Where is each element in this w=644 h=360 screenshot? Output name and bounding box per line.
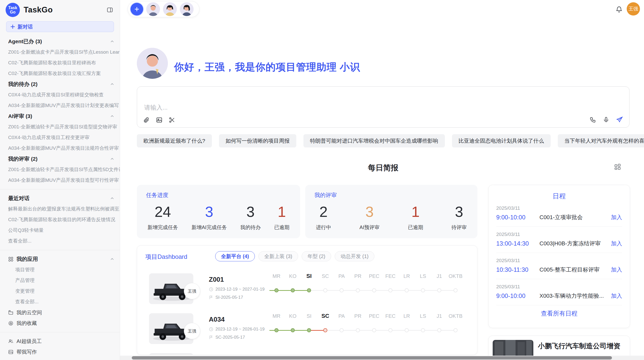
chevron-up-icon[interactable] xyxy=(110,82,115,87)
add-agent-button[interactable] xyxy=(130,3,143,16)
project-code: A034 xyxy=(209,316,225,323)
agent-avatar[interactable] xyxy=(163,2,177,16)
sidebar-item-creative-draw[interactable]: 创意制图 xyxy=(0,357,120,360)
chevron-up-icon[interactable] xyxy=(110,156,115,161)
stat: 1 已逾期 xyxy=(274,203,289,231)
sidebar-item-change-mgmt[interactable]: 变更管理 xyxy=(0,286,120,296)
stat: 3 新增AI完成任务 xyxy=(192,203,227,231)
suggestion-chips: 欧洲新规最近颁布了什么? 如何写一份清晰的项目周报 特朗普可能对进口汽车增税会对… xyxy=(137,134,644,147)
section-header-ai-review[interactable]: AI评审 (3) xyxy=(0,111,120,122)
divider xyxy=(0,332,120,332)
suggestion-chip[interactable]: 如何写一份清晰的项目周报 xyxy=(219,134,296,147)
sidebar: Task Go TaskGo 新对话 Agent已办 (3) Z001-全新燃油… xyxy=(0,0,120,360)
people-icon xyxy=(8,339,13,344)
voice-call-icon[interactable] xyxy=(590,116,596,123)
sidebar-item-product-mgmt[interactable]: 产品管理 xyxy=(0,275,120,286)
recent-chat-item[interactable]: C02-飞腾新能源轻客改款项目的闭环通告反馈情况 xyxy=(0,214,120,225)
image-upload-icon[interactable] xyxy=(156,117,163,123)
suggestion-chip[interactable]: 当下年轻人对汽车外观有怎样的喜好趋势 xyxy=(558,134,644,147)
sidebar-task-item[interactable]: A034-全新新能源MUV产品开发项目法规符合性评审 xyxy=(0,143,120,154)
clock-icon xyxy=(209,327,213,332)
dashboard-title: 项目Dashboard xyxy=(145,253,187,261)
sidebar-item-help-write[interactable]: 帮我写作 xyxy=(0,347,120,357)
recent-view-all[interactable]: 查看全部... xyxy=(0,236,120,246)
sidebar-task-item[interactable]: A034-全新新能源MUV产品开发项目计划变更表编写 xyxy=(0,100,120,111)
view-all-schedule-link[interactable]: 查看所有日程 xyxy=(496,305,622,322)
apps-view-all[interactable]: 查看全部... xyxy=(0,296,120,307)
section-header-recent-chats[interactable]: 最近对话 xyxy=(0,193,120,204)
horizontal-scrollbar-thumb[interactable] xyxy=(132,356,612,359)
tab-model-year[interactable]: 年型 (2) xyxy=(302,251,331,261)
sidebar-item-favorites[interactable]: 我的收藏 xyxy=(0,318,120,328)
sidebar-task-item[interactable]: C02-飞腾新能源轻客改款项目立项汇报方案 xyxy=(0,68,120,79)
join-link[interactable]: 加入 xyxy=(611,240,622,247)
suggestion-chip[interactable]: 比亚迪全固态电池计划具体说了什么 xyxy=(452,134,551,147)
chevron-up-icon[interactable] xyxy=(110,114,115,119)
chevron-up-icon[interactable] xyxy=(110,39,115,44)
new-chat-button[interactable]: 新对话 xyxy=(6,21,114,32)
tab-upfit[interactable]: 全新上装 (3) xyxy=(258,251,298,261)
sidebar-task-item[interactable]: Z001-全新燃油轻卡产品开发项目SI节点属性5D文件评审 xyxy=(0,164,120,175)
app-logo: Task Go xyxy=(6,3,20,17)
project-flag: SI-2025-05-17 xyxy=(209,295,243,300)
scissors-icon[interactable] xyxy=(169,117,175,123)
assistant-avatar xyxy=(137,48,168,79)
milestone-track xyxy=(268,327,464,333)
divider xyxy=(0,189,120,189)
notification-bell-icon[interactable] xyxy=(616,6,623,13)
section-header-my-todo[interactable]: 我的待办 (2) xyxy=(0,79,120,89)
agent-switcher xyxy=(128,1,199,17)
chevron-up-icon[interactable] xyxy=(110,257,115,262)
tab-platform[interactable]: 全新平台 (4) xyxy=(215,251,255,261)
milestone-labels: MRKO SISC PAPR PECFEC LRLS J1OKTB xyxy=(268,312,464,320)
sidebar-task-item[interactable]: C0X4-动力总成开发项目工程变更评审 xyxy=(0,132,120,143)
stat: 1 已逾期 xyxy=(408,203,423,231)
greeting-title: 你好，王强，我是你的项目管理助理 小识 xyxy=(174,60,360,74)
sidebar-item-cloud-space[interactable]: 我的云空间 xyxy=(0,307,120,318)
milestone-track xyxy=(268,287,464,293)
sidebar-task-item[interactable]: Z001-全新燃油皮卡产品开发项目SI节点Lesson Learn报告 xyxy=(0,47,120,57)
sidebar-task-item[interactable]: Z001-全新燃油轻卡产品开发项目SI造型提交物评审 xyxy=(0,122,120,132)
join-link[interactable]: 加入 xyxy=(611,214,622,221)
stat: 3 AI预评审 xyxy=(359,203,379,231)
tab-powertrain[interactable]: 动总开发 (1) xyxy=(335,251,374,261)
sidebar-task-item[interactable]: A034-全新新能源MUV产品开发项目造型可行性评审 xyxy=(0,175,120,186)
project-thumbnail xyxy=(149,353,193,355)
agent-avatar[interactable] xyxy=(180,2,194,16)
sidebar-task-item[interactable]: C02-飞腾新能源轻客改款项目里程碑画布 xyxy=(0,57,120,68)
event-time: 9:00-10:00 xyxy=(496,292,539,299)
recent-chat-item[interactable]: 公司Q3轻卡销量 xyxy=(0,225,120,236)
schedule-event: 2025/03/11 13:00-14:30 C003|H0B-方案冻结评审 加… xyxy=(496,227,622,253)
layout-grid-icon[interactable] xyxy=(614,163,621,170)
card-title: 我的评审 xyxy=(314,191,468,199)
suggestion-chip[interactable]: 欧洲新规最近颁布了什么? xyxy=(137,134,212,147)
divider xyxy=(0,250,120,250)
event-name: X003-车辆动力学性能验... xyxy=(539,292,611,300)
chat-input-card[interactable]: 请输入... xyxy=(137,86,630,128)
collapse-sidebar-icon[interactable] xyxy=(107,7,113,13)
user-avatar[interactable]: 王强 xyxy=(627,2,640,16)
sidebar-item-ai-employee[interactable]: AI超级员工 xyxy=(0,336,120,347)
section-header-agent-done[interactable]: Agent已办 (3) xyxy=(0,36,120,47)
join-link[interactable]: 加入 xyxy=(611,292,622,300)
plus-icon xyxy=(10,24,15,29)
chevron-up-icon[interactable] xyxy=(110,196,115,201)
send-icon[interactable] xyxy=(616,116,623,123)
sidebar-item-project-mgmt[interactable]: 项目管理 xyxy=(0,264,120,275)
join-link[interactable]: 加入 xyxy=(611,266,622,274)
microphone-icon[interactable] xyxy=(603,116,609,123)
schedule-event: 2025/03/11 10:30-11:30 C005-整车工程目标评审 加入 xyxy=(496,253,622,279)
section-header-my-review[interactable]: 我的评审 (2) xyxy=(0,154,120,164)
schedule-event: 2025/03/11 9:00-10:00 C001-立项审批会 加入 xyxy=(496,201,622,227)
event-name: C003|H0B-方案冻结评审 xyxy=(539,240,611,247)
recent-chat-item[interactable]: 解释最新出台的欧盟报废车法规再生塑料比例被调至15%... xyxy=(0,204,120,214)
agent-avatar[interactable] xyxy=(146,2,160,16)
suggestion-chip[interactable]: 特朗普可能对进口汽车增税会对中国车企造成哪些影响 xyxy=(303,134,445,147)
project-code: Z001 xyxy=(209,276,224,283)
event-time: 9:00-10:00 xyxy=(496,214,539,221)
sidebar-item-my-apps[interactable]: 我的应用 xyxy=(0,254,120,264)
event-name: C005-整车工程目标评审 xyxy=(539,266,611,274)
sidebar-task-item[interactable]: C0X4-动力总成开发项目SI里程碑提交物检查 xyxy=(0,89,120,100)
news-title: 小鹏飞行汽车制造公司增资 xyxy=(538,341,622,351)
attachment-icon[interactable] xyxy=(143,117,150,123)
